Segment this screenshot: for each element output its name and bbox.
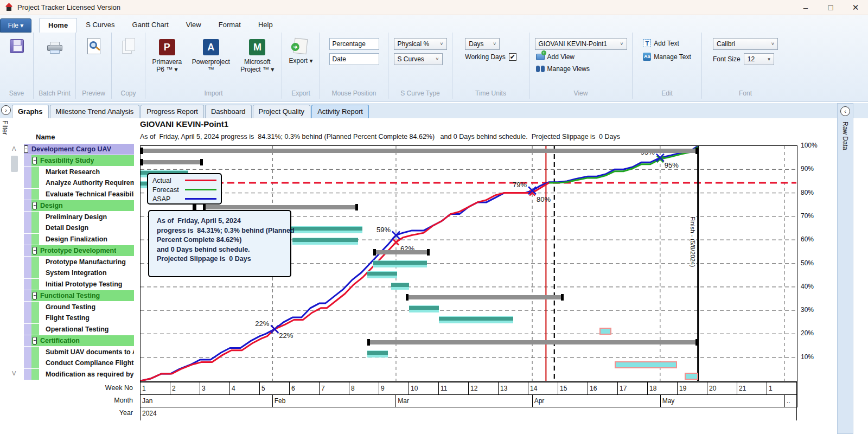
mouse-position-date-input[interactable]: [329, 53, 379, 65]
gantt-bar-submit-uav-documents-to-authority[interactable]: [367, 350, 388, 358]
content-tab-dashboard[interactable]: Dashboard: [205, 105, 252, 118]
annotation-callout-stem: [193, 203, 196, 211]
gantt-bar-design[interactable]: [203, 205, 358, 209]
menu-tab-gantt-chart[interactable]: Gantt Chart: [124, 18, 177, 33]
tree-item-analyze-authority-requireme[interactable]: Analyze Authority Requireme...: [24, 177, 134, 188]
days-dropdown[interactable]: Days˅: [465, 38, 500, 50]
menu-tab-home[interactable]: Home: [39, 18, 77, 33]
gantt-bar-design-finalization[interactable]: [292, 238, 358, 245]
font-size-dropdown[interactable]: 12▾: [744, 53, 774, 65]
collapse-toggle[interactable]: −: [33, 292, 37, 299]
gantt-bar-prototype-development[interactable]: [373, 250, 430, 254]
menu-tab-s-curves[interactable]: S Curves: [77, 18, 123, 33]
import-powerproject-button[interactable]: A Powerproject ™: [190, 37, 232, 75]
tree-item-flight-testing[interactable]: Flight Testing: [24, 312, 134, 323]
tree-item-conduct-compliance-flight-test[interactable]: Conduct Compliance Flight Test: [24, 358, 134, 368]
chart-legend[interactable]: Actual Forecast ASAP: [147, 173, 222, 205]
gantt-bar-modification-as-required[interactable]: [685, 373, 698, 380]
filter-panel-expander[interactable]: ›: [1, 105, 11, 115]
content-tab-activity-report[interactable]: Activity Report: [311, 105, 369, 118]
ribbon-group-time-units: Days˅ Working Days ✔ Time Units: [452, 33, 529, 99]
gantt-bar-initial-prototype-testing[interactable]: [391, 283, 409, 290]
year-axis-label: Year: [73, 409, 133, 417]
week-cell-9: 9: [379, 382, 409, 394]
gantt-bar-feasibility-study[interactable]: [141, 160, 203, 164]
chevron-down-icon: ˅: [436, 56, 438, 62]
tree-item-functional-testing[interactable]: −Functional Testing: [24, 290, 134, 301]
collapse-toggle[interactable]: −: [33, 202, 37, 209]
close-button[interactable]: ✕: [843, 0, 868, 15]
menu-tab-format[interactable]: Format: [210, 18, 250, 33]
tree-item-prototype-manufacturing[interactable]: Prototype Manufacturing: [24, 257, 134, 267]
tree-scrollbar-thumb[interactable]: [11, 156, 18, 172]
content-tab-progress-report[interactable]: Progress Report: [141, 105, 204, 118]
manage-views-button[interactable]: Manage Views: [535, 64, 591, 74]
tree-item-operational-testing[interactable]: Operational Testing: [24, 324, 134, 335]
gantt-bar-conduct-compliance-flight-test[interactable]: [615, 361, 677, 368]
export-button[interactable]: ➜ Export ▾: [286, 36, 315, 66]
tree-item-certification[interactable]: −Certification: [24, 335, 134, 346]
window-title: Project Tracker Licensed Version: [17, 3, 120, 11]
working-days-checkbox[interactable]: ✔: [509, 53, 516, 61]
tree-item-submit-uav-documents-to-aut[interactable]: Submit UAV documents to Aut...: [24, 347, 134, 358]
tree-item-ground-testing[interactable]: Ground Testing: [24, 302, 134, 312]
progress-annotation-box[interactable]: As of Friday, April 5, 2024 progress is …: [148, 210, 291, 277]
gantt-bar-operational-testing[interactable]: [599, 328, 611, 335]
tree-item-feasibility-study[interactable]: −Feasibility Study: [24, 155, 134, 166]
menu-tab-view[interactable]: View: [177, 18, 210, 33]
minimize-button[interactable]: –: [793, 0, 818, 15]
s-curve-chart-plot[interactable]: 22%22%59%62%79%80%95%95% Actual Forecast…: [140, 145, 797, 382]
menu-tab-help[interactable]: Help: [250, 18, 282, 33]
tree-item-design-finalization[interactable]: Design Finalization: [24, 234, 134, 245]
view-selector-dropdown[interactable]: GIOVANI KEVIN-Point1˅: [535, 38, 627, 50]
collapse-toggle[interactable]: −: [24, 145, 28, 153]
content-tab-milestone-trend-analysis[interactable]: Milestone Trend Analysis: [50, 105, 140, 118]
tree-item-development-cargo-uav[interactable]: −Development Cargo UAV: [24, 144, 134, 155]
gantt-bar-system-integration[interactable]: [367, 271, 397, 278]
batch-print-button[interactable]: [43, 36, 66, 59]
tree-item-design[interactable]: −Design: [24, 200, 134, 211]
gantt-bar-functional-testing[interactable]: [406, 295, 564, 299]
tree-item-preliminary-design[interactable]: Preliminary Design: [24, 212, 134, 222]
copy-button[interactable]: [117, 36, 140, 59]
maximize-button[interactable]: □: [818, 0, 843, 15]
physical-percent-dropdown[interactable]: Physical %˅: [394, 38, 447, 50]
gantt-bar-ground-testing[interactable]: [409, 305, 439, 312]
save-button[interactable]: [5, 36, 28, 59]
raw-data-panel-label[interactable]: Raw Data: [841, 122, 849, 150]
tree-item-prototype-development[interactable]: −Prototype Development: [24, 245, 134, 256]
gantt-bar-certification[interactable]: [367, 340, 698, 344]
gantt-bar-development-cargo-uav[interactable]: [141, 149, 698, 153]
tree-item-modification-as-required-by-a[interactable]: Modification as required by a...: [24, 369, 134, 380]
tree-item-market-research[interactable]: Market Research: [24, 167, 134, 177]
gantt-bar-flight-testing[interactable]: [439, 316, 513, 323]
manage-text-button[interactable]: AaManage Text: [642, 52, 692, 62]
gantt-bar-prototype-manufacturing[interactable]: [373, 260, 427, 267]
add-text-button[interactable]: TAdd Text: [642, 38, 680, 48]
raw-data-panel-tab[interactable]: [837, 103, 853, 434]
s-curves-dropdown[interactable]: S Curves˅: [394, 53, 443, 65]
content-tab-project-quality[interactable]: Project Quality: [253, 105, 311, 118]
preview-button[interactable]: [82, 36, 105, 59]
font-family-dropdown[interactable]: Calibri˅: [713, 38, 778, 50]
tree-item-evaluate-technical-feasibility[interactable]: Evaluate Technical Feasibility: [24, 189, 134, 200]
tree-item-detail-design[interactable]: Detail Design: [24, 222, 134, 233]
collapse-toggle[interactable]: −: [33, 157, 37, 164]
content-tab-graphs[interactable]: Graphs: [12, 105, 49, 118]
tree-item-system-integration[interactable]: System Integration: [24, 267, 134, 278]
tree-scroll-down-arrow[interactable]: ᐯ: [12, 370, 16, 377]
filter-panel-tab[interactable]: Filter: [1, 120, 9, 135]
import-msproject-button[interactable]: M Microsoft Project ™ ▾: [238, 37, 277, 75]
collapse-toggle[interactable]: −: [33, 337, 37, 344]
week-cell-6: 6: [290, 382, 320, 394]
collapse-toggle[interactable]: −: [33, 247, 37, 254]
import-primavera-button[interactable]: P Primavera P6 ™ ▾: [150, 37, 184, 75]
file-menu-button[interactable]: File ▾: [0, 18, 31, 33]
chevron-down-icon: ˅: [620, 41, 623, 47]
week-number-row: 1234567891011121314151617181920211: [140, 382, 797, 395]
tree-scroll-up-arrow[interactable]: ᐱ: [12, 145, 16, 152]
tree-item-initial-prototype-testing[interactable]: Initial Prototype Testing: [24, 279, 134, 290]
add-view-button[interactable]: Add View: [535, 52, 576, 62]
mouse-position-percentage-input[interactable]: [329, 38, 379, 50]
raw-data-panel-collapser[interactable]: ‹: [840, 106, 850, 116]
